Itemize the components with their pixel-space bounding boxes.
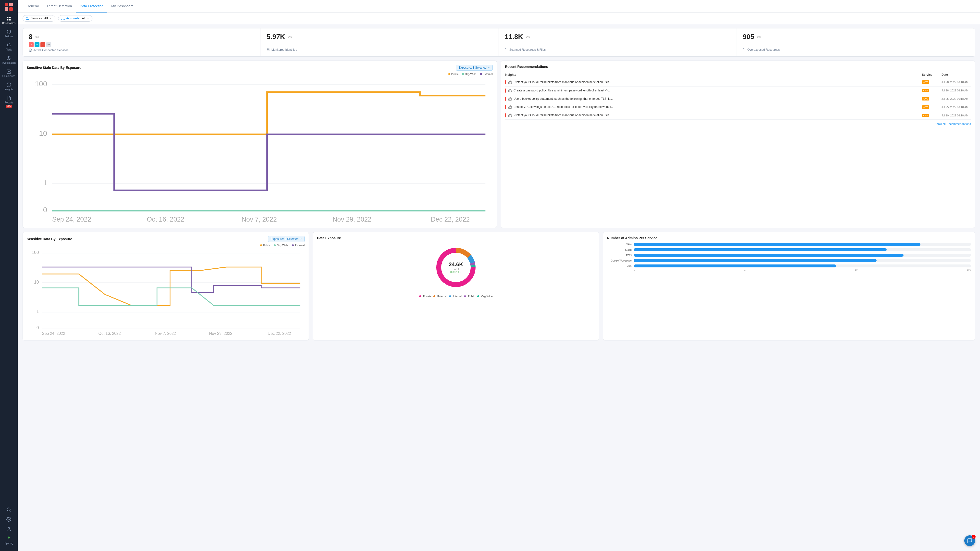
bar-track xyxy=(634,264,971,268)
bar-track xyxy=(634,259,971,262)
red-bar xyxy=(505,80,506,84)
rec-row[interactable]: Enable VPC flow logs on all EC2 resource… xyxy=(505,103,971,111)
bottom-row: Sensitive Data By Exposure Exposure: 3 S… xyxy=(22,232,975,341)
svg-point-18 xyxy=(62,17,63,18)
rec-service: AWS xyxy=(922,97,942,100)
rec-date: Jul 25, 2022 06:18 AM xyxy=(942,106,971,108)
svg-text:Oct 16, 2022: Oct 16, 2022 xyxy=(98,331,121,336)
exposure-chart-btn[interactable]: Exposure: 3 Selected xyxy=(268,236,305,242)
rec-row[interactable]: Use a bucket policy statement, such as t… xyxy=(505,95,971,103)
sidebar-item-policies[interactable]: Policies xyxy=(0,27,18,40)
legend-private: Private xyxy=(419,295,431,298)
stale-exposure-btn[interactable]: Exposure: 3 Selected xyxy=(456,65,493,71)
svg-rect-2 xyxy=(5,7,8,11)
svg-rect-1 xyxy=(9,3,13,6)
stats-row: 8 0% A b G +5 Active Connected Services … xyxy=(22,28,975,57)
legend-public: Public xyxy=(464,295,475,298)
exposure-chart-svg: 100 10 1 0 Sep 24, 202 xyxy=(27,249,305,336)
svg-text:Dec 22, 2022: Dec 22, 2022 xyxy=(431,216,470,223)
filter-bar: Services: All Accounts: All xyxy=(18,13,980,24)
stat-monitored-identities: 5.97K 0% Monitored Identities xyxy=(261,29,499,56)
accounts-filter[interactable]: Accounts: All xyxy=(58,15,92,22)
donut-label: Total xyxy=(449,268,463,271)
sidebar-item-investigation[interactable]: Investigation xyxy=(0,54,18,66)
rec-service: AWS xyxy=(922,114,942,117)
tab-threat-detection[interactable]: Threat Detection xyxy=(43,0,76,13)
sidebar-item-compliance[interactable]: Compliance xyxy=(0,67,18,80)
sidebar-bottom: Syncing xyxy=(0,505,18,549)
cloud-icon xyxy=(26,17,29,20)
stat-active-services: 8 0% A b G +5 Active Connected Services xyxy=(23,29,261,56)
main-content: General Threat Detection Data Protection… xyxy=(18,0,980,551)
red-bar xyxy=(505,113,506,118)
stat-label: Active Connected Services xyxy=(29,49,255,52)
stat-label: Overexposed Resources xyxy=(743,48,969,51)
rec-text: Protect your CloudTrail buckets from mal… xyxy=(514,113,612,118)
donut-wrap: 24.6K Total 0.032% ↑ xyxy=(317,243,595,292)
rec-row[interactable]: Protect your CloudTrail buckets from mal… xyxy=(505,111,971,119)
rec-service: AWS xyxy=(922,89,942,92)
red-bar xyxy=(505,105,506,109)
svg-point-16 xyxy=(8,519,10,520)
sidebar-item-label: Dashboards xyxy=(2,22,16,24)
stat-num: 905 xyxy=(743,33,754,41)
stat-pct: 0% xyxy=(526,35,530,38)
tab-my-dashboard[interactable]: My Dashboard xyxy=(107,0,137,13)
recommendations-card: Recent Recommendations Insights Service … xyxy=(501,61,975,228)
svg-line-15 xyxy=(10,511,11,511)
sidebar-item-label: Insights xyxy=(5,88,13,91)
tab-data-protection[interactable]: Data Protection xyxy=(76,0,107,13)
svg-text:Oct 16, 2022: Oct 16, 2022 xyxy=(147,216,185,223)
aws-badge: AWS xyxy=(922,105,929,109)
legend-orgwide: Org-Wide xyxy=(477,295,493,298)
services-value: All xyxy=(44,17,48,20)
sidebar-item-label: Reports xyxy=(5,101,13,104)
aws-badge: AWS xyxy=(922,89,929,92)
syncing-status: Syncing xyxy=(2,535,15,549)
rec-row[interactable]: Create a password policy. Use a minimum … xyxy=(505,86,971,95)
top-charts-row: Sensitive Stale Data By Exposure Exposur… xyxy=(22,61,975,228)
rec-title: Recent Recommendations xyxy=(505,65,971,68)
svg-rect-7 xyxy=(9,19,11,21)
chat-button[interactable]: 2 xyxy=(964,535,975,546)
exposure-chart-legend: Public Org-Wide External xyxy=(27,244,305,247)
chevron-down-icon xyxy=(488,67,490,69)
stat-pct: 0% xyxy=(757,35,761,38)
sidebar: Dashboards Policies Alerts Investigation… xyxy=(0,0,18,551)
stat-overexposed: 905 0% Overexposed Resources xyxy=(737,29,975,56)
stat-pct: 0% xyxy=(35,35,40,38)
donut-pct: 0.032% ↑ xyxy=(449,271,463,274)
rec-date: Jul 19, 2022 06:18 AM xyxy=(942,114,971,117)
services-filter[interactable]: Services: All xyxy=(22,15,55,22)
stat-label: Scanned Resources & Files xyxy=(505,48,731,51)
svg-text:Nov 7, 2022: Nov 7, 2022 xyxy=(242,216,277,223)
accounts-icon xyxy=(61,17,65,20)
accounts-value: All xyxy=(82,17,85,20)
sidebar-item-settings[interactable] xyxy=(0,515,18,524)
service-icon-more: +5 xyxy=(46,42,51,47)
svg-text:Nov 29, 2022: Nov 29, 2022 xyxy=(209,331,232,336)
rec-date: Jul 28, 2022 06:18 AM xyxy=(942,81,971,84)
bar-fill xyxy=(634,243,920,246)
sidebar-item-search[interactable] xyxy=(0,505,18,514)
bar-fill xyxy=(634,254,904,256)
sidebar-item-reports[interactable]: Reports NEW xyxy=(0,94,18,110)
svg-point-8 xyxy=(7,57,10,60)
sidebar-item-dashboards[interactable]: Dashboards xyxy=(0,14,18,27)
service-icon-box: b xyxy=(35,42,40,47)
sidebar-item-insights[interactable]: Insights xyxy=(0,80,18,92)
stale-chart-legend: Public Org-Wide External xyxy=(27,73,493,75)
reports-new-badge: NEW xyxy=(6,105,12,108)
show-all-recommendations[interactable]: Show all Recommendations xyxy=(505,122,971,126)
folder-icon xyxy=(505,48,508,51)
sidebar-item-user[interactable] xyxy=(0,525,18,533)
rec-row[interactable]: Protect your CloudTrail buckets from mal… xyxy=(505,78,971,86)
svg-text:0: 0 xyxy=(43,205,47,214)
logo xyxy=(5,2,13,11)
tab-general[interactable]: General xyxy=(22,0,43,13)
svg-text:Nov 29, 2022: Nov 29, 2022 xyxy=(332,216,372,223)
aws-badge: AWS xyxy=(922,114,929,117)
rec-date: Jul 25, 2022 06:18 AM xyxy=(942,97,971,100)
sidebar-item-alerts[interactable]: Alerts xyxy=(0,41,18,53)
bar-chart-title: Number of Admins Per Service xyxy=(607,236,971,240)
